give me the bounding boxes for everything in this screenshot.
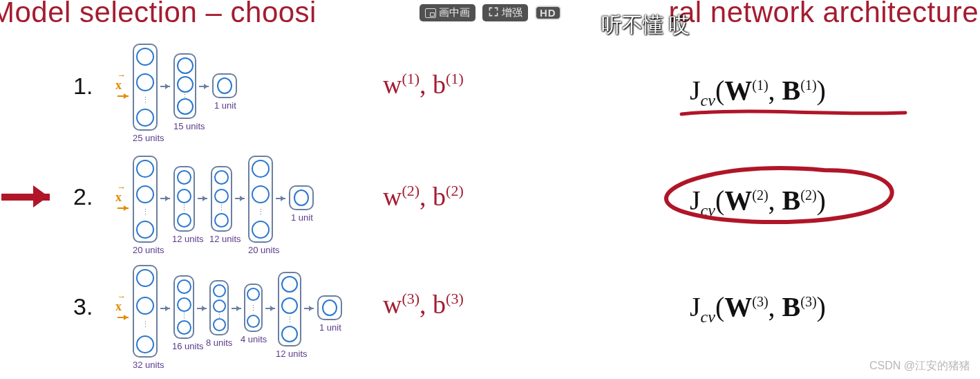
row-2-layer-2-units: 12 units: [172, 234, 204, 244]
layer-arrow-icon: [265, 308, 275, 309]
row-3-layer-1-units: 32 units: [133, 360, 164, 370]
neuron-icon: [136, 297, 154, 315]
row-2-output: [289, 185, 314, 210]
row-2-output-units: 1 unit: [291, 212, 313, 223]
neuron-icon: [281, 297, 298, 314]
row-3-x: x: [115, 299, 122, 314]
neuron-icon: [252, 185, 270, 203]
enhance-label: 增强: [502, 6, 522, 19]
layer-arrow-icon: [160, 198, 170, 199]
row-3-output: [317, 295, 342, 320]
layer-arrow-icon: [197, 308, 207, 309]
neuron-icon: [136, 269, 154, 287]
neuron-icon: [217, 77, 232, 94]
row-1-layer-2-units: 15 units: [173, 121, 205, 131]
row-3-number: 3.: [73, 293, 93, 320]
layer-arrow-icon: [198, 198, 207, 199]
neuron-icon: [177, 213, 191, 228]
selected-arrow-icon: [1, 194, 50, 201]
row-2-layer-4-units: 20 units: [248, 245, 280, 255]
neuron-icon: [136, 48, 154, 66]
neuron-icon: [136, 160, 154, 178]
row-3-layer-2: ⋮: [173, 275, 194, 339]
row-2-number: 2.: [73, 183, 93, 210]
row-3-output-units: 1 unit: [319, 322, 341, 333]
neuron-icon: [136, 185, 154, 203]
row-2-layer-1: ⋮: [133, 156, 158, 243]
row-2-params: w(2), b(2): [383, 181, 464, 212]
row-2-layer-3: ⋮: [211, 166, 232, 232]
neuron-icon: [136, 73, 154, 91]
row-3-layer-5-units: 12 units: [276, 349, 308, 359]
row-2-layer-3-units: 12 units: [209, 234, 241, 244]
neuron-icon: [247, 288, 260, 301]
dots-icon: ⋮: [286, 319, 294, 321]
neuron-icon: [177, 297, 191, 312]
dots-icon: ⋮: [142, 99, 149, 101]
expand-icon: [488, 6, 499, 19]
row-2-x-arrow: [117, 207, 129, 209]
dots-icon: ⋮: [180, 315, 188, 317]
layer-arrow-icon: [160, 308, 170, 309]
neuron-icon: [214, 189, 229, 203]
neuron-icon: [294, 190, 309, 206]
neuron-icon: [177, 279, 191, 294]
neuron-icon: [213, 318, 226, 331]
hd-badge[interactable]: HD: [535, 6, 561, 20]
layer-arrow-icon: [276, 198, 285, 199]
neuron-icon: [247, 315, 260, 328]
row-1-x: x: [115, 78, 122, 93]
underline-annotation: [679, 109, 907, 118]
row-3-layer-4: ⋮: [244, 284, 263, 332]
neuron-icon: [136, 221, 154, 239]
row-1-jcv: Jcv(W(1), B(1)): [690, 74, 826, 110]
dots-icon: ⋮: [257, 211, 265, 213]
neuron-icon: [213, 284, 226, 297]
row-2-layer-1-units: 20 units: [133, 245, 164, 255]
dots-icon: ⋮: [181, 94, 189, 96]
row-1-params: w(1), b(1): [383, 69, 464, 100]
danmaku-comment: 听不懂 哎: [601, 11, 690, 39]
neuron-icon: [214, 213, 229, 228]
dots-icon: ⋮: [218, 207, 225, 209]
pip-icon: [425, 8, 436, 18]
title-right: ral network architecture: [668, 0, 979, 29]
dots-icon: ⋮: [142, 211, 149, 213]
row-3-layer-5: ⋮: [278, 272, 301, 346]
watermark: CSDN @江安的猪猪: [869, 359, 970, 373]
row-1-number: 1.: [73, 73, 93, 100]
neuron-icon: [177, 320, 191, 335]
circle-annotation: [658, 165, 907, 228]
neuron-icon: [214, 170, 229, 185]
player-overlay: 画中画 增强 HD: [420, 4, 561, 21]
layer-arrow-icon: [304, 308, 314, 309]
row-1-layer-2: ⋮: [173, 53, 196, 119]
row-2-layer-4: ⋮: [248, 156, 273, 243]
pip-button[interactable]: 画中画: [420, 4, 475, 21]
enhance-button[interactable]: 增强: [482, 4, 528, 21]
row-3-layer-3-units: 8 units: [206, 338, 232, 348]
neuron-icon: [177, 76, 194, 93]
neuron-icon: [252, 160, 270, 178]
row-2-layer-2: ⋮: [173, 166, 195, 232]
neuron-icon: [177, 170, 191, 185]
neuron-icon: [322, 299, 337, 316]
neuron-icon: [252, 221, 270, 239]
layer-arrow-icon: [232, 308, 241, 309]
layer-arrow-icon: [235, 198, 245, 199]
neuron-icon: [136, 109, 154, 127]
neuron-icon: [177, 189, 191, 203]
neuron-icon: [136, 335, 154, 353]
dots-icon: ⋮: [180, 207, 188, 209]
row-3-params: w(3), b(3): [383, 289, 464, 320]
row-2-x: x: [115, 190, 122, 205]
neuron-icon: [177, 98, 194, 115]
dots-icon: ⋮: [249, 307, 257, 309]
row-3-layer-3: ⋮: [209, 280, 229, 335]
title-left: Model selection – choosi: [0, 0, 317, 29]
row-1-output-units: 1 unit: [214, 100, 236, 111]
neuron-icon: [281, 326, 298, 342]
row-3-jcv: Jcv(W(3), B(3)): [690, 290, 826, 326]
layer-arrow-icon: [160, 86, 170, 87]
row-1-layer-1-units: 25 units: [133, 133, 164, 143]
